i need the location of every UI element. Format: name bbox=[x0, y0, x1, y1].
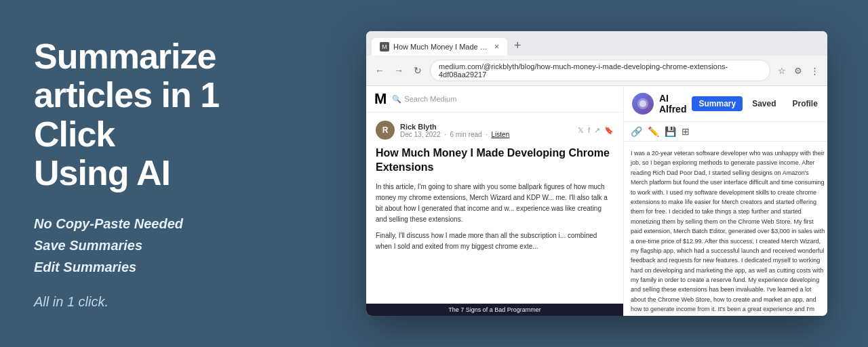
summary-text: I was a 20-year veteran software develop… bbox=[631, 150, 825, 316]
browser-content: M 🔍 Search Medium R Rick Blyth Dec 13, 2… bbox=[366, 86, 827, 316]
address-text: medium.com/@rickblyth/blog/how-much-mone… bbox=[439, 62, 762, 79]
article-side: M 🔍 Search Medium R Rick Blyth Dec 13, 2… bbox=[366, 86, 624, 316]
medium-search[interactable]: 🔍 Search Medium bbox=[392, 95, 456, 104]
ai-alfred-logo bbox=[632, 93, 654, 115]
ai-alfred-icon bbox=[636, 97, 650, 110]
browser-toolbar: ← → ↻ medium.com/@rickblyth/blog/how-muc… bbox=[366, 56, 827, 85]
author-name: Rick Blyth bbox=[400, 123, 572, 131]
save-icon[interactable]: 💾 bbox=[665, 126, 676, 137]
right-panel: M How Much Money I Made Devel... × + ← →… bbox=[326, 18, 868, 329]
search-label: Search Medium bbox=[404, 95, 456, 103]
svg-point-1 bbox=[639, 100, 646, 107]
article-date: Dec 13, 2022 · 6 min read · Listen bbox=[400, 131, 572, 138]
tab-close-button[interactable]: × bbox=[494, 42, 499, 52]
author-avatar: R bbox=[376, 121, 395, 140]
extension-body: I was a 20-year veteran software develop… bbox=[624, 142, 827, 316]
back-button[interactable]: ← bbox=[373, 64, 387, 77]
extension-panel: AI Alfred Summary Saved Profile 🔗 ✏️ 💾 ⊞… bbox=[624, 86, 827, 316]
tab-title: How Much Money I Made Devel... bbox=[393, 43, 488, 51]
bookmark-icon[interactable]: ☆ bbox=[776, 64, 788, 77]
article-paragraph-1: In this article, I'm going to share with… bbox=[376, 182, 614, 225]
tagline: All in 1 click. bbox=[34, 294, 292, 310]
nav-saved[interactable]: Saved bbox=[745, 96, 783, 111]
search-icon: 🔍 bbox=[392, 95, 401, 104]
facebook-icon[interactable]: f bbox=[588, 126, 590, 135]
left-panel: Summarize articles in 1 Click Using AI N… bbox=[0, 10, 326, 337]
tab-favicon: M bbox=[380, 42, 389, 52]
main-headline: Summarize articles in 1 Click Using AI bbox=[34, 37, 292, 192]
medium-header: M 🔍 Search Medium bbox=[366, 86, 623, 113]
extension-toolbar: 🔗 ✏️ 💾 ⊞ bbox=[624, 122, 827, 142]
nav-summary[interactable]: Summary bbox=[692, 96, 743, 111]
refresh-button[interactable]: ↻ bbox=[411, 64, 425, 77]
article-meta: R Rick Blyth Dec 13, 2022 · 6 min read ·… bbox=[376, 121, 614, 140]
share-icon[interactable]: ↗ bbox=[594, 126, 600, 135]
nav-profile[interactable]: Profile bbox=[786, 96, 825, 111]
browser-tabs: M How Much Money I Made Devel... × + bbox=[366, 31, 827, 56]
article-paragraph-2: Finally, I'll discuss how I made more th… bbox=[376, 230, 614, 252]
feature-item-1: No Copy-Paste Needed bbox=[34, 213, 292, 234]
browser-window: M How Much Money I Made Devel... × + ← →… bbox=[366, 31, 827, 316]
feature-item-2: Save Summaries bbox=[34, 234, 292, 256]
medium-logo: M bbox=[374, 91, 387, 106]
ai-alfred-name: AI Alfred bbox=[659, 93, 686, 115]
article-bottom-banner: The 7 Signs of a Bad Programmer bbox=[366, 304, 623, 316]
address-bar[interactable]: medium.com/@rickblyth/blog/how-much-mone… bbox=[430, 60, 770, 81]
article-content: R Rick Blyth Dec 13, 2022 · 6 min read ·… bbox=[366, 113, 623, 304]
browser-actions: ☆ ⚙ ⋮ bbox=[776, 64, 821, 77]
edit-icon[interactable]: ✏️ bbox=[648, 126, 659, 137]
grid-icon[interactable]: ⊞ bbox=[682, 126, 690, 137]
author-info: Rick Blyth Dec 13, 2022 · 6 min read · L… bbox=[400, 123, 572, 138]
article-social: 𝕏 f ↗ 🔖 bbox=[578, 126, 614, 135]
twitter-icon[interactable]: 𝕏 bbox=[578, 126, 584, 135]
link-icon[interactable]: 🔗 bbox=[631, 126, 642, 137]
feature-item-3: Edit Summaries bbox=[34, 256, 292, 278]
active-tab[interactable]: M How Much Money I Made Devel... × bbox=[372, 38, 507, 56]
extension-header: AI Alfred Summary Saved Profile bbox=[624, 86, 827, 122]
extension-icon[interactable]: ⚙ bbox=[792, 64, 804, 77]
bookmark-icon[interactable]: 🔖 bbox=[604, 126, 614, 135]
browser-chrome: M How Much Money I Made Devel... × + ← →… bbox=[366, 31, 827, 86]
forward-button[interactable]: → bbox=[392, 64, 406, 77]
article-body: In this article, I'm going to share with… bbox=[376, 182, 614, 252]
feature-list: No Copy-Paste Needed Save Summaries Edit… bbox=[34, 213, 292, 278]
extension-nav: Summary Saved Profile bbox=[692, 96, 824, 111]
article-title: How Much Money I Made Developing Chrome … bbox=[376, 146, 614, 175]
new-tab-button[interactable]: + bbox=[507, 35, 528, 56]
menu-icon[interactable]: ⋮ bbox=[808, 64, 821, 77]
